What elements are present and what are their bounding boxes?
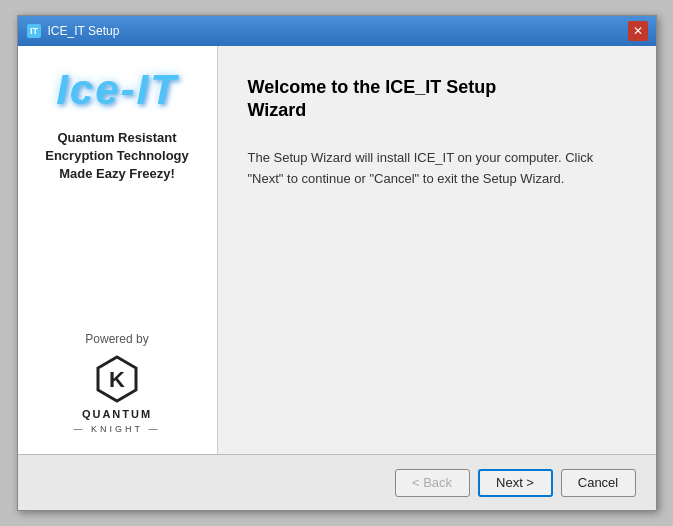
brand-name: QUANTUM <box>82 408 152 420</box>
left-panel: Ice-IT Quantum Resistant Encryption Tech… <box>18 46 218 454</box>
setup-window: IT ICE_IT Setup ✕ Ice-IT Quantum Resista… <box>17 15 657 511</box>
powered-by-section: Powered by K QUANTUM — KNIGHT — <box>74 332 161 434</box>
ice-it-logo: Ice-IT <box>56 66 178 114</box>
svg-text:K: K <box>109 367 125 392</box>
cancel-button[interactable]: Cancel <box>561 469 636 497</box>
right-panel: Welcome to the ICE_IT Setup Wizard The S… <box>218 46 656 454</box>
welcome-title: Welcome to the ICE_IT Setup Wizard <box>248 76 626 123</box>
title-bar: IT ICE_IT Setup ✕ <box>18 16 656 46</box>
next-button[interactable]: Next > <box>478 469 553 497</box>
svg-text:IT: IT <box>30 26 39 36</box>
quantum-knight-icon: K <box>92 354 142 404</box>
footer: < Back Next > Cancel <box>18 454 656 510</box>
powered-by-label: Powered by <box>85 332 148 346</box>
content-area: Ice-IT Quantum Resistant Encryption Tech… <box>18 46 656 454</box>
app-icon: IT <box>26 23 42 39</box>
tagline: Quantum Resistant Encryption Technology … <box>45 129 189 184</box>
quantum-knight-logo: K QUANTUM — KNIGHT — <box>74 354 161 434</box>
brand-sub: — KNIGHT — <box>74 424 161 434</box>
welcome-body: The Setup Wizard will install ICE_IT on … <box>248 148 626 190</box>
back-button[interactable]: < Back <box>395 469 470 497</box>
close-button[interactable]: ✕ <box>628 21 648 41</box>
window-title: ICE_IT Setup <box>48 24 628 38</box>
